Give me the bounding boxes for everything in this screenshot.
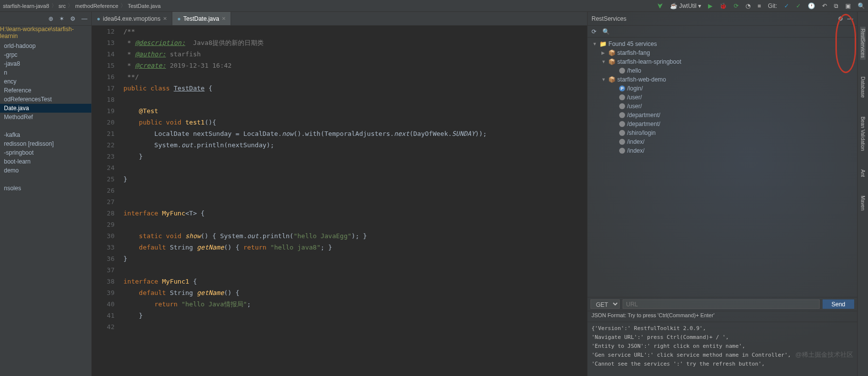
project-tree-item[interactable]: Date.java	[0, 104, 91, 113]
project-tree-item[interactable]: -springboot	[0, 148, 91, 157]
editor-tab[interactable]: ●idea64.exe.vmoptions✕	[92, 12, 172, 25]
watermark: @稀土掘金技术社区	[795, 350, 853, 359]
project-tree-item[interactable]	[0, 175, 91, 184]
top-navigation-bar: starfish-learn-java8〉 src〉 methodReferen…	[0, 0, 868, 12]
rest-endpoint[interactable]: /shiro/login	[588, 128, 857, 137]
dock-tab-ant[interactable]: Ant	[860, 167, 866, 179]
rest-endpoint[interactable]: /user/	[588, 102, 857, 111]
project-tree-item[interactable]: redisson [redisson]	[0, 139, 91, 148]
project-tree-item[interactable]: Reference	[0, 86, 91, 95]
rest-endpoint[interactable]: /index/	[588, 137, 857, 146]
run-config-dropdown[interactable]: ☕ JwtUtil ▾	[670, 2, 701, 9]
project-toolbar: ⊕ ✶ ⚙ —	[0, 12, 91, 26]
git-commit-icon[interactable]: ✓	[796, 2, 801, 9]
git-history-icon[interactable]: 🕐	[808, 2, 815, 9]
git-update-icon[interactable]: ✓	[784, 2, 789, 9]
rest-services-panel: RestServices ⚙ — ⟳ 🔍 ▼📁 Found 45 service…	[587, 12, 857, 376]
json-format-hint: JSON Format: Try to press 'Ctrl(Command)…	[588, 311, 857, 322]
editor-tab[interactable]: ●TestDate.java✕	[172, 12, 231, 25]
rest-output-console[interactable]: {'Version':' RestfulToolkit 2.0.9','Navi…	[588, 322, 857, 376]
rest-endpoint[interactable]: P /login/	[588, 84, 857, 93]
project-tree-item[interactable]: -grpc	[0, 50, 91, 59]
ide-settings-icon[interactable]: ▣	[845, 2, 851, 9]
rest-root[interactable]: ▼📁 Found 45 services	[588, 40, 857, 48]
dock-tab-bean validation[interactable]: Bean Validation	[860, 115, 866, 153]
rest-hide-icon[interactable]: —	[847, 15, 853, 22]
send-button[interactable]: Send	[823, 299, 854, 309]
project-tree-item[interactable]: boot-learn	[0, 157, 91, 166]
debug-icon[interactable]: 🐞	[719, 2, 727, 9]
rest-search-icon[interactable]: 🔍	[602, 28, 610, 35]
project-tree-item[interactable]: n	[0, 68, 91, 77]
project-tree-panel: ⊕ ✶ ⚙ — H:\learn-workspace\starfish-lear…	[0, 12, 92, 376]
coverage-icon[interactable]: ⟳	[734, 2, 739, 9]
stop-icon[interactable]: ■	[757, 2, 761, 9]
breadcrumb-package[interactable]: methodReference	[75, 3, 118, 9]
dock-tab-database[interactable]: Database	[860, 75, 866, 100]
rest-project[interactable]: ▼📦 starfish-learn-springboot	[588, 57, 857, 66]
right-tool-dock: RestServicesDatabaseBean ValidationAntMa…	[857, 12, 868, 376]
close-icon[interactable]: ✕	[163, 16, 167, 21]
rest-endpoint[interactable]: /department/	[588, 111, 857, 120]
git-revert-icon[interactable]: ↶	[822, 2, 827, 9]
hide-icon[interactable]: —	[81, 15, 87, 22]
project-tree[interactable]: orld-hadoop-grpc-java8nencyReferenceodRe…	[0, 40, 91, 376]
breadcrumb: starfish-learn-java8〉 src〉 methodReferen…	[3, 2, 160, 9]
rest-endpoint[interactable]: /hello	[588, 66, 857, 75]
rest-panel-title: RestServices	[592, 15, 838, 22]
http-method-select[interactable]: GET	[591, 299, 620, 309]
project-path[interactable]: H:\learn-workspace\starfish-learnin	[0, 26, 91, 40]
url-input[interactable]	[623, 299, 820, 309]
rest-endpoint[interactable]: /department/	[588, 120, 857, 128]
breadcrumb-folder[interactable]: src	[59, 3, 66, 9]
locate-icon[interactable]: ⊕	[48, 15, 53, 22]
project-tree-item[interactable]: -kafka	[0, 130, 91, 139]
breadcrumb-project[interactable]: starfish-learn-java8	[3, 3, 49, 9]
project-tree-item[interactable]: demo	[0, 166, 91, 175]
project-tree-item[interactable]: ency	[0, 77, 91, 86]
profiler-icon[interactable]: ◔	[746, 2, 750, 9]
rest-endpoint[interactable]: /user/	[588, 93, 857, 102]
line-number-gutter: 1213141516171819202122232425262728293033…	[92, 26, 121, 376]
project-tree-item[interactable]: MethodRef	[0, 113, 91, 122]
rest-project[interactable]: ▼📦 starfish-web-demo	[588, 75, 857, 84]
search-icon[interactable]: 🔍	[858, 2, 865, 9]
code-content[interactable]: /** * @description: Java8提供的新的日期类 * @aut…	[121, 26, 587, 376]
project-tree-item[interactable]: -java8	[0, 59, 91, 68]
breadcrumb-file[interactable]: TestDate.java	[128, 3, 161, 9]
project-tree-item[interactable]: nsoles	[0, 184, 91, 193]
editor-area: ●idea64.exe.vmoptions✕●TestDate.java✕ 12…	[92, 12, 587, 376]
close-icon[interactable]: ✕	[222, 16, 226, 21]
rest-settings-gear-icon[interactable]: ⚙	[838, 15, 843, 22]
rest-request-bar: GET Send	[588, 297, 857, 311]
top-toolbar: ⮟ ☕ JwtUtil ▾ ▶ 🐞 ⟳ ◔ ■ Git: ✓ ✓ 🕐 ↶ ⧉ ▣…	[657, 2, 865, 9]
dock-tab-maven[interactable]: Maven	[860, 194, 866, 212]
build-icon[interactable]: ⮟	[657, 2, 663, 9]
open-project-icon[interactable]: ⧉	[834, 2, 838, 9]
project-tree-item[interactable]: odReferencesTest	[0, 95, 91, 104]
refresh-icon[interactable]: ⟳	[592, 28, 596, 35]
code-editor[interactable]: 1213141516171819202122232425262728293033…	[92, 26, 587, 376]
rest-endpoint[interactable]: /index/	[588, 146, 857, 155]
editor-tab-bar: ●idea64.exe.vmoptions✕●TestDate.java✕	[92, 12, 587, 26]
project-tree-item[interactable]	[0, 122, 91, 130]
rest-services-tree[interactable]: ▼📁 Found 45 services▶📦 starfish-fang▼📦 s…	[588, 38, 857, 297]
expand-icon[interactable]: ✶	[59, 15, 64, 22]
dock-tab-restservices[interactable]: RestServices	[860, 27, 866, 60]
git-label: Git:	[768, 2, 777, 9]
rest-project[interactable]: ▶📦 starfish-fang	[588, 48, 857, 57]
settings-gear-icon[interactable]: ⚙	[70, 15, 76, 22]
project-tree-item[interactable]: orld-hadoop	[0, 42, 91, 50]
run-icon[interactable]: ▶	[708, 2, 712, 9]
